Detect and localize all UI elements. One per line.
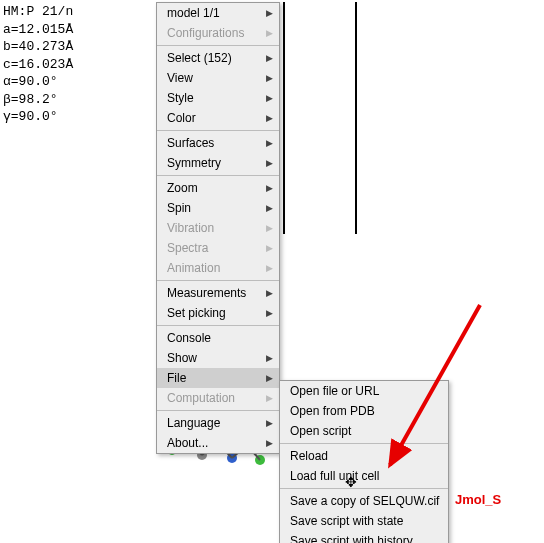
menu-save-state[interactable]: Save script with state xyxy=(280,511,448,531)
chevron-right-icon: ▶ xyxy=(266,73,273,83)
menu-animation: Animation▶ xyxy=(157,258,279,278)
crystal-c: c=16.023Å xyxy=(3,56,73,74)
menu-save-history[interactable]: Save script with history xyxy=(280,531,448,543)
menu-open-file[interactable]: Open file or URL xyxy=(280,381,448,401)
svg-point-6 xyxy=(255,455,265,465)
viewport-edge xyxy=(283,2,357,234)
menu-configurations: Configurations▶ xyxy=(157,23,279,43)
menu-about[interactable]: About...▶ xyxy=(157,433,279,453)
menu-console[interactable]: Console xyxy=(157,328,279,348)
crystal-info: HM:P 21/n a=12.015Å b=40.273Å c=16.023Å … xyxy=(3,3,73,126)
chevron-right-icon: ▶ xyxy=(266,8,273,18)
annotation-label: Jmol_S xyxy=(455,492,501,507)
context-menu-file: Open file or URL Open from PDB Open scri… xyxy=(279,380,449,543)
context-menu-main: model 1/1▶ Configurations▶ Select (152)▶… xyxy=(156,2,280,454)
chevron-right-icon: ▶ xyxy=(266,138,273,148)
menu-open-script[interactable]: Open script xyxy=(280,421,448,441)
crystal-beta: β=98.2° xyxy=(3,91,73,109)
menu-spin[interactable]: Spin▶ xyxy=(157,198,279,218)
chevron-right-icon: ▶ xyxy=(266,53,273,63)
menu-separator xyxy=(280,443,448,444)
menu-symmetry[interactable]: Symmetry▶ xyxy=(157,153,279,173)
crystal-alpha: α=90.0° xyxy=(3,73,73,91)
menu-separator xyxy=(157,130,279,131)
menu-load-unit-cell[interactable]: Load full unit cell xyxy=(280,466,448,486)
move-cursor-icon: ✥ xyxy=(345,474,357,490)
crystal-b: b=40.273Å xyxy=(3,38,73,56)
menu-file[interactable]: File▶ xyxy=(157,368,279,388)
menu-measurements[interactable]: Measurements▶ xyxy=(157,283,279,303)
menu-computation: Computation▶ xyxy=(157,388,279,408)
svg-point-4 xyxy=(227,453,237,463)
chevron-right-icon: ▶ xyxy=(266,373,273,383)
chevron-right-icon: ▶ xyxy=(266,28,273,38)
chevron-right-icon: ▶ xyxy=(266,438,273,448)
chevron-right-icon: ▶ xyxy=(266,158,273,168)
menu-reload[interactable]: Reload xyxy=(280,446,448,466)
menu-open-pdb[interactable]: Open from PDB xyxy=(280,401,448,421)
menu-surfaces[interactable]: Surfaces▶ xyxy=(157,133,279,153)
menu-save-copy[interactable]: Save a copy of SELQUW.cif xyxy=(280,491,448,511)
crystal-a: a=12.015Å xyxy=(3,21,73,39)
menu-select[interactable]: Select (152)▶ xyxy=(157,48,279,68)
menu-style[interactable]: Style▶ xyxy=(157,88,279,108)
chevron-right-icon: ▶ xyxy=(266,418,273,428)
crystal-hm: HM:P 21/n xyxy=(3,3,73,21)
chevron-right-icon: ▶ xyxy=(266,113,273,123)
chevron-right-icon: ▶ xyxy=(266,353,273,363)
menu-view[interactable]: View▶ xyxy=(157,68,279,88)
menu-show[interactable]: Show▶ xyxy=(157,348,279,368)
menu-separator xyxy=(157,410,279,411)
chevron-right-icon: ▶ xyxy=(266,203,273,213)
menu-spectra: Spectra▶ xyxy=(157,238,279,258)
crystal-gamma: γ=90.0° xyxy=(3,108,73,126)
chevron-right-icon: ▶ xyxy=(266,288,273,298)
menu-color[interactable]: Color▶ xyxy=(157,108,279,128)
menu-separator xyxy=(157,175,279,176)
menu-separator xyxy=(157,280,279,281)
chevron-right-icon: ▶ xyxy=(266,223,273,233)
chevron-right-icon: ▶ xyxy=(266,93,273,103)
chevron-right-icon: ▶ xyxy=(266,308,273,318)
menu-language[interactable]: Language▶ xyxy=(157,413,279,433)
menu-setpicking[interactable]: Set picking▶ xyxy=(157,303,279,323)
menu-zoom[interactable]: Zoom▶ xyxy=(157,178,279,198)
menu-separator xyxy=(280,488,448,489)
chevron-right-icon: ▶ xyxy=(266,393,273,403)
chevron-right-icon: ▶ xyxy=(266,183,273,193)
menu-vibration: Vibration▶ xyxy=(157,218,279,238)
menu-separator xyxy=(157,45,279,46)
chevron-right-icon: ▶ xyxy=(266,243,273,253)
menu-model[interactable]: model 1/1▶ xyxy=(157,3,279,23)
menu-separator xyxy=(157,325,279,326)
chevron-right-icon: ▶ xyxy=(266,263,273,273)
